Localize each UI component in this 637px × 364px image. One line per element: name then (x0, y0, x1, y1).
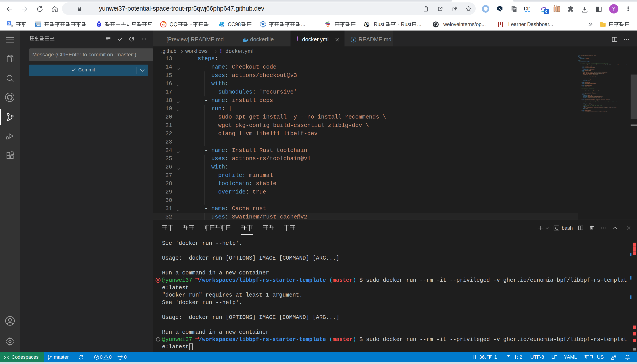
svg-text:LT: LT (523, 6, 530, 11)
svg-text:G: G (8, 22, 10, 25)
svg-text:R: R (366, 23, 368, 26)
svg-text:0: 0 (545, 10, 547, 14)
svg-text:du: du (98, 24, 100, 26)
svg-text:98: 98 (221, 25, 223, 27)
